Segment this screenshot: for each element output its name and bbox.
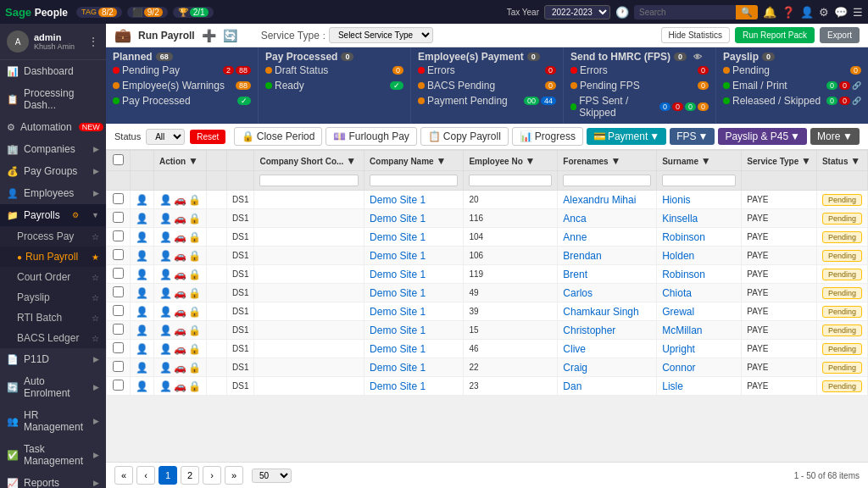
action-car-icon[interactable]: 🚗 — [174, 213, 186, 225]
sidebar-item-court-order[interactable]: Court Order ☆ — [0, 267, 106, 287]
run-report-pack-button[interactable]: Run Report Pack — [735, 27, 815, 43]
sidebar-item-process-pay[interactable]: Process Pay ☆ — [0, 226, 106, 247]
col-company-name[interactable]: Company Name ▼ — [364, 151, 464, 171]
sidebar-item-employees[interactable]: 👤 Employees ▶ — [0, 182, 106, 204]
user-menu-icon[interactable]: ⋮ — [87, 35, 99, 48]
action-user-icon[interactable]: 👤 — [159, 362, 172, 374]
action-car-icon[interactable]: 🚗 — [174, 194, 186, 206]
company-name-link[interactable]: Demo Site 1 — [370, 231, 426, 243]
action-user-icon[interactable]: 👤 — [159, 324, 172, 336]
export-button[interactable]: Export — [820, 27, 860, 43]
page-1-button[interactable]: 1 — [159, 466, 177, 485]
action-user-icon[interactable]: 👤 — [159, 250, 172, 262]
action-car-icon[interactable]: 🚗 — [174, 250, 186, 262]
surname-link[interactable]: Lisle — [662, 380, 683, 392]
action-car-icon[interactable]: 🚗 — [174, 324, 186, 336]
row-select-checkbox[interactable] — [113, 342, 124, 353]
sidebar-item-reports[interactable]: 📈 Reports ▶ — [0, 472, 106, 488]
process-pay-star[interactable]: ☆ — [92, 232, 99, 241]
prev-page-button[interactable]: ‹ — [136, 466, 155, 485]
company-name-link[interactable]: Demo Site 1 — [370, 380, 426, 392]
sidebar-item-automation[interactable]: ⚙ Automation NEW — [0, 116, 106, 138]
row-select-checkbox[interactable] — [113, 305, 124, 316]
company-name-link[interactable]: Demo Site 1 — [370, 250, 426, 262]
badge-tag[interactable]: TAG 8/2 — [76, 7, 122, 18]
action-lock-icon[interactable]: 🔒 — [188, 269, 201, 280]
company-name-link[interactable]: Demo Site 1 — [370, 343, 426, 355]
row-select-checkbox[interactable] — [113, 286, 124, 297]
bacs-ledger-star[interactable]: ☆ — [92, 334, 99, 343]
status-filter-select[interactable]: All — [146, 129, 185, 145]
gear-icon[interactable]: ⚙ — [819, 6, 829, 19]
refresh-icon[interactable]: 🔄 — [223, 29, 237, 42]
action-user-icon[interactable]: 👤 — [159, 380, 172, 392]
col-action[interactable]: Action ▼ — [154, 151, 207, 171]
action-car-icon[interactable]: 🚗 — [174, 306, 186, 318]
question-icon[interactable]: ❓ — [782, 6, 795, 19]
col-company-short[interactable]: Company Short Co... ▼ — [254, 151, 364, 171]
forenames-link[interactable]: Brent — [563, 269, 587, 280]
add-payroll-icon[interactable]: ➕ — [202, 29, 216, 42]
sidebar-item-rti-batch[interactable]: RTI Batch ☆ — [0, 308, 106, 328]
col-status[interactable]: Status ▼ — [816, 151, 867, 171]
action-user-icon[interactable]: 👤 — [159, 287, 172, 299]
forenames-link[interactable]: Alexandru Mihai — [563, 194, 636, 206]
company-name-link[interactable]: Demo Site 1 — [370, 194, 426, 206]
user-profile[interactable]: A admin Khush Amin ⋮ — [0, 24, 106, 60]
col-forenames[interactable]: Forenames ▼ — [558, 151, 657, 171]
sidebar-item-auto-enrolment[interactable]: 🔄 Auto Enrolment ▶ — [0, 370, 106, 404]
action-lock-icon[interactable]: 🔒 — [188, 213, 201, 225]
close-period-button[interactable]: 🔒 Close Period — [234, 127, 323, 146]
col-employee-no[interactable]: Employee No ▼ — [464, 151, 558, 171]
col-service-type[interactable]: Service Type ▼ — [742, 151, 817, 171]
surname-link[interactable]: Chiota — [662, 287, 692, 299]
payment-button[interactable]: 💳 Payment ▼ — [587, 128, 666, 145]
hide-statistics-button[interactable]: Hide Statistics — [661, 27, 730, 43]
filter-sn-input[interactable] — [662, 175, 736, 186]
payslip-star[interactable]: ☆ — [92, 293, 99, 302]
badge-2[interactable]: ⬛ 9/2 — [127, 7, 168, 18]
sidebar-item-payrolls[interactable]: 📁 Payrolls ⚙ ▼ — [0, 204, 106, 226]
row-select-checkbox[interactable] — [113, 324, 124, 335]
row-select-checkbox[interactable] — [113, 230, 124, 241]
row-select-checkbox[interactable] — [113, 380, 124, 391]
sidebar-item-payslip[interactable]: Payslip ☆ — [0, 287, 106, 308]
sidebar-item-run-payroll[interactable]: ● Run Payroll ★ — [0, 247, 106, 267]
forenames-link[interactable]: Anne — [563, 231, 587, 243]
rel-icon[interactable]: 🔗 — [852, 97, 861, 105]
action-lock-icon[interactable]: 🔒 — [188, 362, 201, 374]
search-input[interactable] — [634, 6, 736, 19]
per-page-select[interactable]: 50 25 100 — [252, 469, 292, 483]
row-select-checkbox[interactable] — [113, 268, 124, 279]
company-name-link[interactable]: Demo Site 1 — [370, 324, 426, 336]
forenames-link[interactable]: Clive — [563, 343, 586, 355]
action-user-icon[interactable]: 👤 — [159, 231, 172, 243]
select-all-checkbox[interactable] — [113, 154, 124, 165]
surname-link[interactable]: Robinson — [662, 269, 705, 280]
action-car-icon[interactable]: 🚗 — [174, 343, 186, 355]
copy-payroll-button[interactable]: 📋 Copy Payroll — [420, 127, 509, 146]
col-surname[interactable]: Surname ▼ — [657, 151, 742, 171]
action-user-icon[interactable]: 👤 — [159, 343, 172, 355]
action-user-icon[interactable]: 👤 — [159, 269, 172, 280]
surname-link[interactable]: McMillan — [662, 324, 702, 336]
row-select-checkbox[interactable] — [113, 249, 124, 260]
action-lock-icon[interactable]: 🔒 — [188, 287, 201, 299]
forenames-link[interactable]: Dan — [563, 380, 581, 392]
fps-button[interactable]: FPS ▼ — [670, 128, 715, 145]
hmrc-eye-icon[interactable]: 👁 — [693, 53, 702, 62]
clock-icon[interactable]: 🕐 — [615, 6, 629, 19]
filter-fn-input[interactable] — [563, 175, 651, 186]
action-user-icon[interactable]: 👤 — [159, 213, 172, 225]
sidebar-item-bacs-ledger[interactable]: BACS Ledger ☆ — [0, 328, 106, 348]
action-lock-icon[interactable]: 🔒 — [188, 380, 201, 392]
surname-link[interactable]: Hionis — [662, 194, 690, 206]
forenames-link[interactable]: Chamkaur Singh — [563, 306, 638, 318]
forenames-link[interactable]: Anca — [563, 213, 586, 225]
action-car-icon[interactable]: 🚗 — [174, 362, 186, 374]
more-button[interactable]: More ▼ — [810, 128, 860, 145]
reset-button[interactable]: Reset — [190, 130, 225, 144]
company-name-link[interactable]: Demo Site 1 — [370, 287, 426, 299]
action-lock-icon[interactable]: 🔒 — [188, 194, 201, 206]
furlough-pay-button[interactable]: 💷 Furlough Pay — [326, 127, 416, 146]
